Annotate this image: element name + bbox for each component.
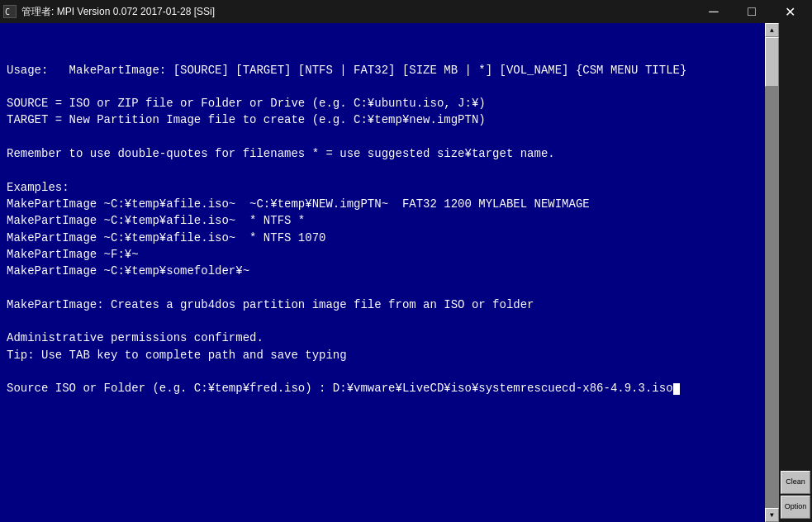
- terminal-line: Source ISO or Folder (e.g. C:¥temp¥fred.…: [7, 380, 758, 396]
- terminal-line: [7, 279, 758, 296]
- terminal-line: [7, 162, 758, 178]
- terminal-line: TARGET = New Partition Image file to cre…: [7, 112, 758, 128]
- title-bar-left: C 管理者: MPI Version 0.072 2017-01-28 [SSi…: [3, 5, 215, 19]
- terminal-line: [7, 313, 758, 330]
- svg-text:C: C: [5, 7, 10, 17]
- scroll-thumb[interactable]: [765, 37, 779, 87]
- scroll-track[interactable]: [765, 37, 779, 508]
- terminal-line: Remember to use double-quotes for filena…: [7, 145, 758, 162]
- terminal-line: MakePartImage ~F:¥~: [7, 246, 758, 263]
- terminal-line: Usage: MakePartImage: [SOURCE] [TARGET] …: [7, 62, 758, 78]
- terminal-line: Administrative permissions confirmed.: [7, 330, 758, 346]
- terminal-line: MakePartImage ~C:¥temp¥afile.iso~ ~C:¥te…: [7, 196, 758, 212]
- terminal-lines: Usage: MakePartImage: [SOURCE] [TARGET] …: [7, 62, 758, 397]
- terminal-line: Examples:: [7, 179, 758, 196]
- right-panel: Clean Option: [779, 23, 812, 522]
- scroll-up-button[interactable]: ▲: [765, 23, 779, 37]
- close-button[interactable]: ✕: [771, 0, 809, 23]
- content-area: Usage: MakePartImage: [SOURCE] [TARGET] …: [0, 23, 812, 522]
- terminal-line: [7, 78, 758, 95]
- scrollbar[interactable]: ▲ ▼: [765, 23, 779, 522]
- terminal-line: [7, 363, 758, 380]
- terminal-line: [7, 129, 758, 145]
- clean-button[interactable]: Clean: [781, 471, 810, 494]
- title-bar-controls: ─ □ ✕: [695, 0, 809, 23]
- scroll-down-button[interactable]: ▼: [765, 508, 779, 522]
- terminal-icon: C: [3, 5, 17, 18]
- main-window: C 管理者: MPI Version 0.072 2017-01-28 [SSi…: [0, 0, 812, 522]
- terminal-line: MakePartImage ~C:¥temp¥afile.iso~ * NTFS…: [7, 230, 758, 246]
- maximize-button[interactable]: □: [733, 0, 771, 23]
- terminal-line: Tip: Use TAB key to complete path and sa…: [7, 347, 758, 363]
- terminal-line: MakePartImage: Creates a grub4dos partit…: [7, 297, 758, 313]
- option-button[interactable]: Option: [781, 496, 810, 519]
- terminal-output[interactable]: Usage: MakePartImage: [SOURCE] [TARGET] …: [0, 23, 765, 522]
- terminal-line: MakePartImage ~C:¥temp¥somefolder¥~: [7, 263, 758, 279]
- window-title: 管理者: MPI Version 0.072 2017-01-28 [SSi]: [21, 5, 215, 19]
- terminal-line: SOURCE = ISO or ZIP file or Folder or Dr…: [7, 95, 758, 112]
- minimize-button[interactable]: ─: [695, 0, 733, 23]
- terminal-line: MakePartImage ~C:¥temp¥afile.iso~ * NTFS…: [7, 212, 758, 229]
- title-bar: C 管理者: MPI Version 0.072 2017-01-28 [SSi…: [0, 0, 812, 23]
- terminal-cursor: [673, 383, 680, 395]
